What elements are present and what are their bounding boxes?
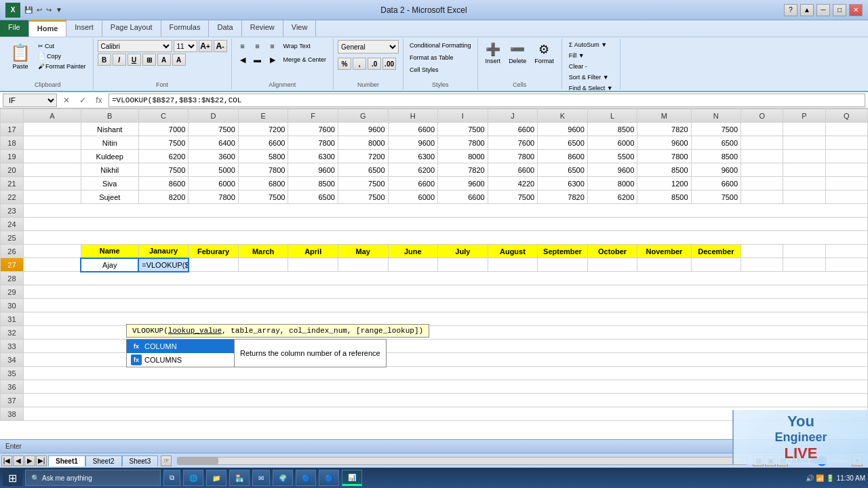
cell-g20[interactable]: 6500	[338, 163, 388, 177]
border-button[interactable]: ⊞	[142, 54, 156, 66]
cell-i19[interactable]: 8000	[438, 150, 488, 163]
tab-formulas[interactable]: Formulas	[161, 20, 210, 37]
cell-m19[interactable]: 7800	[637, 150, 691, 163]
cell-l20[interactable]: 9600	[587, 163, 637, 177]
tab-file[interactable]: File	[0, 20, 29, 37]
cell-p21[interactable]	[783, 177, 825, 190]
col-header-l[interactable]: L	[587, 109, 637, 123]
row-header-28[interactable]: 28	[1, 272, 24, 285]
minimize-btn[interactable]: ─	[816, 4, 830, 16]
align-top-right-btn[interactable]: ≡	[266, 40, 279, 52]
cell-j20[interactable]: 6600	[488, 163, 538, 177]
cell-k22[interactable]: 7820	[538, 190, 588, 204]
cell-n19[interactable]: 8500	[691, 150, 741, 163]
help-btn[interactable]: ?	[784, 4, 797, 16]
cell-n18[interactable]: 6500	[691, 136, 741, 150]
cell-e27[interactable]	[238, 258, 288, 272]
cell-g17[interactable]: 9600	[338, 123, 388, 136]
cell-p27[interactable]	[783, 258, 825, 272]
cell-q21[interactable]	[825, 177, 867, 190]
cell-n26[interactable]: December	[691, 245, 741, 258]
cell-m22[interactable]: 8500	[637, 190, 691, 204]
cell-n22[interactable]: 7500	[691, 190, 741, 204]
decrease-decimal-btn[interactable]: .00	[382, 58, 396, 70]
autocomplete-item-column[interactable]: fx COLUMN	[127, 340, 234, 353]
search-bar[interactable]: 🔍 Ask me anything	[25, 470, 161, 486]
cell-q27[interactable]	[825, 258, 867, 272]
row-header-22[interactable]: 22	[1, 190, 24, 204]
cell-d27[interactable]	[189, 258, 239, 272]
col-header-i[interactable]: I	[438, 109, 488, 123]
row-header-35[interactable]: 35	[1, 367, 24, 380]
increase-decimal-btn[interactable]: .0	[368, 58, 381, 70]
cell-q20[interactable]	[825, 163, 867, 177]
row-header-25[interactable]: 25	[1, 231, 24, 245]
cell-empty-24[interactable]	[23, 218, 867, 231]
cell-b17[interactable]: Nishant	[81, 123, 138, 136]
col-header-c[interactable]: C	[138, 109, 189, 123]
cell-d19[interactable]: 3600	[189, 150, 239, 163]
cell-h19[interactable]: 6300	[388, 150, 438, 163]
cell-m20[interactable]: 8500	[637, 163, 691, 177]
cell-g21[interactable]: 7500	[338, 177, 388, 190]
cell-i18[interactable]: 7800	[438, 136, 488, 150]
cell-b18[interactable]: Nitin	[81, 136, 138, 150]
cell-f26[interactable]: April	[288, 245, 338, 258]
cell-q19[interactable]	[825, 150, 867, 163]
cell-a18[interactable]	[23, 136, 81, 150]
col-header-a[interactable]: A	[23, 109, 81, 123]
cell-j17[interactable]: 6600	[488, 123, 538, 136]
row-header-38[interactable]: 38	[1, 407, 24, 421]
cell-c20[interactable]: 7500	[138, 163, 189, 177]
autosum-btn[interactable]: Σ AutoSum ▼	[566, 40, 616, 49]
cell-d20[interactable]: 5000	[189, 163, 239, 177]
cell-l26[interactable]: October	[587, 245, 637, 258]
app7-btn[interactable]: 🔵	[319, 470, 339, 486]
ribbon-toggle-btn[interactable]: ▲	[800, 4, 814, 16]
col-header-g[interactable]: G	[338, 109, 388, 123]
cell-q18[interactable]	[825, 136, 867, 150]
cell-f21[interactable]: 8500	[288, 177, 338, 190]
cell-d17[interactable]: 7500	[189, 123, 239, 136]
col-header-k[interactable]: K	[538, 109, 588, 123]
sheet-tab-1[interactable]: Sheet1	[48, 455, 85, 466]
cell-b27[interactable]: Ajay	[81, 258, 138, 272]
sheet-prev-btn[interactable]: ◀	[13, 455, 24, 466]
cell-k17[interactable]: 9600	[538, 123, 588, 136]
formula-input[interactable]	[108, 94, 865, 107]
row-header-33[interactable]: 33	[1, 340, 24, 353]
task-view-btn[interactable]: ⧉	[163, 470, 180, 486]
increase-font-btn[interactable]: A+	[199, 40, 212, 52]
scrollbar-thumb[interactable]	[178, 458, 218, 464]
row-header-34[interactable]: 34	[1, 353, 24, 367]
cell-k18[interactable]: 6500	[538, 136, 588, 150]
align-top-center-btn[interactable]: ≡	[251, 40, 264, 52]
row-header-32[interactable]: 32	[1, 326, 24, 340]
cell-i22[interactable]: 6600	[438, 190, 488, 204]
cell-o27[interactable]	[741, 258, 783, 272]
conditional-formatting-btn[interactable]: Conditional Formatting	[408, 40, 473, 51]
cell-f27[interactable]	[288, 258, 338, 272]
sort-filter-btn[interactable]: Sort & Filter ▼	[566, 73, 616, 82]
cell-e21[interactable]: 6800	[238, 177, 288, 190]
row-header-19[interactable]: 19	[1, 150, 24, 163]
decrease-font-btn[interactable]: A-	[214, 40, 227, 52]
row-header-24[interactable]: 24	[1, 218, 24, 231]
file-explorer-btn[interactable]: 📁	[206, 470, 226, 486]
cell-a20[interactable]	[23, 163, 81, 177]
cell-f20[interactable]: 9600	[288, 163, 338, 177]
cell-b20[interactable]: Nikhil	[81, 163, 138, 177]
horizontal-scrollbar[interactable]	[177, 457, 747, 465]
cell-c22[interactable]: 8200	[138, 190, 189, 204]
cell-i26[interactable]: July	[438, 245, 488, 258]
cell-a19[interactable]	[23, 150, 81, 163]
cell-k27[interactable]	[538, 258, 588, 272]
fill-color-button[interactable]: A	[157, 54, 171, 66]
cell-a26[interactable]	[23, 245, 81, 258]
cell-c27[interactable]: =VLOOKUP($B$27,$B$3:$N$22,COL	[138, 258, 189, 272]
close-btn[interactable]: ✕	[849, 4, 863, 16]
cell-g22[interactable]: 7500	[338, 190, 388, 204]
maximize-btn[interactable]: □	[833, 4, 846, 16]
align-right-btn[interactable]: ▶	[266, 54, 279, 66]
mail-btn[interactable]: ✉	[252, 470, 270, 486]
